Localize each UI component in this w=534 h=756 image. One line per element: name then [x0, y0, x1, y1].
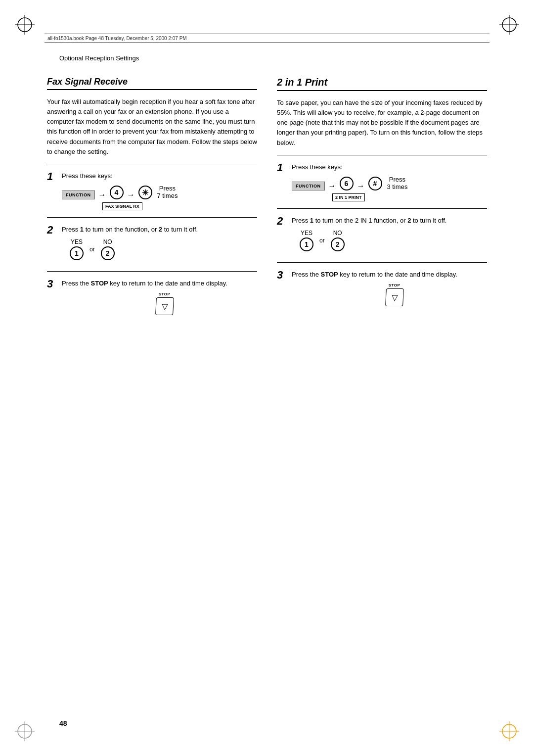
- header-bar: all-fo1530a.book Page 48 Tuesday, Decemb…: [44, 34, 490, 43]
- left-key-2: 2: [101, 246, 115, 260]
- right-step-2-number: 2: [277, 216, 288, 227]
- left-step-2-number: 2: [47, 225, 58, 236]
- section-label: Optional Reception Settings: [59, 54, 139, 62]
- right-no-label: NO: [333, 230, 342, 236]
- left-stop-icon: ▽: [161, 302, 168, 311]
- corner-mark-tr: [499, 15, 519, 35]
- left-function-key: FUNCTION: [62, 190, 95, 199]
- right-print-label: 2 IN 1 PRINT: [332, 193, 365, 201]
- left-fax-signal-label: FAX SIGNAL RX: [102, 202, 142, 210]
- left-arrow-2: →: [126, 190, 136, 199]
- page-number: 48: [59, 719, 67, 727]
- right-divider-1: [277, 155, 487, 155]
- left-key-4: 4: [110, 186, 124, 199]
- right-key-2: 2: [331, 237, 345, 251]
- right-divider-2: [277, 208, 487, 209]
- right-step-1: 1 Press these keys: FUNCTION → 6 → #: [277, 162, 487, 202]
- right-yes-label: YES: [301, 230, 312, 236]
- right-step-1-content: Press these keys: FUNCTION → 6 → #: [292, 162, 487, 202]
- right-yes-no-diagram: YES 1 or NO 2: [300, 230, 487, 251]
- right-step-2-content: Press 1 to turn on the 2 IN 1 function, …: [292, 216, 487, 255]
- right-step-3-number: 3: [277, 270, 288, 281]
- left-step-1-number: 1: [47, 171, 58, 182]
- right-stop-key-container: STOP ▽: [302, 283, 487, 306]
- right-key-1: 1: [300, 237, 313, 251]
- right-step-2: 2 Press 1 to turn on the 2 IN 1 function…: [277, 216, 487, 255]
- left-divider-2: [47, 217, 257, 218]
- right-key-6: 6: [340, 177, 354, 190]
- right-step-3-content: Press the STOP key to return to the date…: [292, 270, 487, 311]
- left-arrow-1: →: [97, 190, 108, 199]
- corner-mark-br: [499, 721, 519, 741]
- right-key-hash: #: [368, 177, 382, 190]
- right-function-key: FUNCTION: [292, 182, 325, 190]
- right-arrow-1: →: [327, 182, 338, 190]
- left-press-times: 7 times: [157, 192, 178, 199]
- left-step-3-content: Press the STOP key to return to the date…: [62, 279, 257, 320]
- right-stop-icon: ▽: [391, 293, 398, 302]
- file-info: all-fo1530a.book Page 48 Tuesday, Decemb…: [47, 36, 187, 41]
- left-step-2-content: Press 1 to turn on the function, or 2 to…: [62, 225, 257, 264]
- left-divider-3: [47, 271, 257, 272]
- right-body-text: To save paper, you can have the size of …: [277, 98, 487, 148]
- left-no-label: NO: [103, 238, 112, 245]
- left-body-text: Your fax will automatically begin recept…: [47, 97, 257, 157]
- right-step-1-number: 1: [277, 162, 288, 173]
- right-column: 2 in 1 Print To save paper, you can have…: [277, 77, 487, 707]
- left-step-1-text: Press these keys:: [62, 171, 257, 181]
- left-stop-label: STOP: [159, 292, 171, 296]
- left-step-3-number: 3: [47, 279, 58, 289]
- right-step-2-text: Press 1 to turn on the 2 IN 1 function, …: [292, 216, 487, 226]
- left-yes-no-diagram: YES 1 or NO 2: [70, 238, 257, 260]
- right-step-3: 3 Press the STOP key to return to the da…: [277, 270, 487, 311]
- right-step-1-text: Press these keys:: [292, 162, 487, 172]
- corner-mark-tl: [15, 15, 35, 35]
- left-section-title: Fax Signal Receive: [47, 77, 257, 90]
- left-stop-key: ▽: [155, 297, 174, 315]
- left-step-1-content: Press these keys: FUNCTION → 4 → ✳: [62, 171, 257, 211]
- left-step-3: 3 Press the STOP key to return to the da…: [47, 279, 257, 320]
- right-arrow-2: →: [356, 182, 366, 190]
- left-column: Fax Signal Receive Your fax will automat…: [47, 77, 257, 707]
- left-stop-key-container: STOP ▽: [72, 292, 257, 315]
- page: all-fo1530a.book Page 48 Tuesday, Decemb…: [0, 0, 534, 756]
- left-key-star: ✳: [138, 186, 152, 199]
- right-stop-label: STOP: [389, 283, 400, 287]
- left-press-label: Press: [159, 185, 176, 192]
- two-col-layout: Fax Signal Receive Your fax will automat…: [47, 77, 487, 707]
- right-or-text: or: [319, 237, 325, 244]
- left-or-text: or: [89, 246, 95, 253]
- left-divider-1: [47, 164, 257, 164]
- left-step-1: 1 Press these keys: FUNCTION → 4 → ✳: [47, 171, 257, 211]
- right-section-title: 2 in 1 Print: [277, 77, 487, 91]
- corner-mark-bl: [15, 721, 35, 741]
- left-step-2: 2 Press 1 to turn on the function, or 2 …: [47, 225, 257, 264]
- left-key-1: 1: [70, 246, 84, 260]
- left-step-2-text: Press 1 to turn on the function, or 2 to…: [62, 225, 257, 235]
- right-press-times: 3 times: [387, 183, 408, 190]
- left-step-3-text: Press the STOP key to return to the date…: [62, 279, 257, 288]
- right-stop-key: ▽: [385, 288, 404, 306]
- left-yes-label: YES: [71, 238, 83, 245]
- right-press-label: Press: [389, 176, 405, 183]
- right-divider-3: [277, 262, 487, 263]
- right-step-3-text: Press the STOP key to return to the date…: [292, 270, 487, 280]
